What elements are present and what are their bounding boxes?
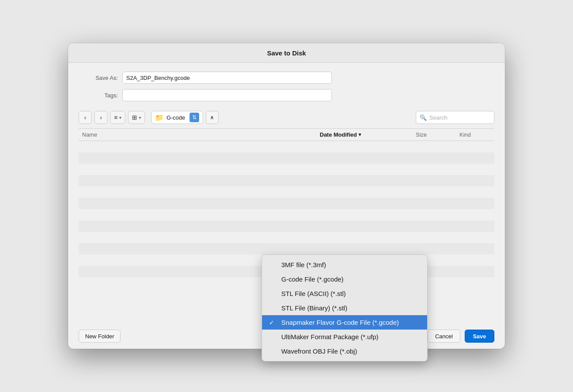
new-folder-button[interactable]: New Folder xyxy=(79,330,121,343)
dropdown-item-stl-binary[interactable]: STL File (Binary) (*.stl) xyxy=(262,301,427,315)
search-icon: 🔍 xyxy=(420,114,427,121)
cancel-button[interactable]: Cancel xyxy=(428,330,460,343)
dropdown-item-gcode[interactable]: G-code File (*.gcode) xyxy=(262,272,427,286)
dropdown-item-label: Snapmaker Flavor G-code File (*.gcode) xyxy=(281,319,399,326)
file-row xyxy=(79,232,494,243)
location-bar: 📁 G-code ⇅ ∧ xyxy=(151,111,410,124)
list-view-chevron: ▾ xyxy=(119,115,121,120)
dialog-body: Save As: Tags: ‹ › ≡ ▾ ⊞ ▾ xyxy=(68,63,505,323)
dropdown-item-obj[interactable]: Wavefront OBJ File (*.obj) xyxy=(262,344,427,349)
check-icon: ✓ xyxy=(269,319,278,326)
dropdown-item-label: 3MF file (*.3mf) xyxy=(281,261,326,268)
expand-button[interactable]: ∧ xyxy=(206,111,219,124)
dropdown-item-label: UltiMaker Format Package (*.ufp) xyxy=(281,333,379,340)
tags-row: Tags: xyxy=(79,89,494,101)
dialog-title: Save to Disk xyxy=(267,49,306,57)
location-selector[interactable]: 📁 G-code ⇅ xyxy=(151,111,203,124)
file-type-dropdown: 3MF file (*.3mf) G-code File (*.gcode) S… xyxy=(262,254,428,349)
col-name-header[interactable]: Name xyxy=(79,131,320,138)
grid-icon: ⊞ xyxy=(132,114,137,121)
file-row xyxy=(79,152,494,164)
dropdown-item-stl-ascii[interactable]: STL File (ASCII) (*.stl) xyxy=(262,286,427,301)
tags-input[interactable] xyxy=(122,89,332,101)
file-list-header: Name Date Modified ▾ Size Kind xyxy=(79,129,494,141)
list-icon: ≡ xyxy=(114,114,117,121)
tags-label: Tags: xyxy=(79,92,118,99)
file-row xyxy=(79,243,494,254)
file-row xyxy=(79,164,494,175)
dropdown-item-label: STL File (ASCII) (*.stl) xyxy=(281,290,346,297)
save-as-row: Save As: xyxy=(79,72,494,84)
col-size-header[interactable]: Size xyxy=(416,131,459,138)
sort-icon: ▾ xyxy=(359,132,361,138)
grid-view-button[interactable]: ⊞ ▾ xyxy=(128,111,145,124)
toolbar: ‹ › ≡ ▾ ⊞ ▾ 📁 G-code ⇅ ∧ xyxy=(79,107,494,129)
file-row xyxy=(79,220,494,232)
col-date-header[interactable]: Date Modified ▾ xyxy=(320,131,416,138)
col-kind-header[interactable]: Kind xyxy=(459,131,494,138)
dropdown-item-3mf[interactable]: 3MF file (*.3mf) xyxy=(262,258,427,272)
save-dialog: Save to Disk Save As: Tags: ‹ › ≡ ▾ xyxy=(68,43,505,349)
forward-icon: › xyxy=(100,114,102,121)
forward-button[interactable]: › xyxy=(94,111,107,124)
file-row xyxy=(79,175,494,186)
back-icon: ‹ xyxy=(84,114,86,121)
save-as-input[interactable] xyxy=(122,72,332,84)
save-as-label: Save As: xyxy=(79,75,118,81)
list-view-button[interactable]: ≡ ▾ xyxy=(110,111,125,124)
file-row xyxy=(79,186,494,198)
dropdown-item-label: Wavefront OBJ File (*.obj) xyxy=(281,347,357,349)
file-row xyxy=(79,209,494,220)
search-input[interactable] xyxy=(429,114,490,121)
file-row xyxy=(79,198,494,209)
file-row xyxy=(79,141,494,152)
dropdown-item-ufp[interactable]: UltiMaker Format Package (*.ufp) xyxy=(262,330,427,344)
location-name: G-code xyxy=(166,114,185,121)
dropdown-item-label: G-code File (*.gcode) xyxy=(281,275,344,283)
grid-view-chevron: ▾ xyxy=(139,115,141,120)
back-button[interactable]: ‹ xyxy=(79,111,92,124)
location-stepper[interactable]: ⇅ xyxy=(190,113,199,122)
dropdown-item-snapmaker[interactable]: ✓ Snapmaker Flavor G-code File (*.gcode) xyxy=(262,315,427,330)
dialog-titlebar: Save to Disk xyxy=(68,43,505,63)
search-box: 🔍 xyxy=(416,111,494,124)
save-button[interactable]: Save xyxy=(465,330,494,343)
dropdown-item-label: STL File (Binary) (*.stl) xyxy=(281,304,347,312)
folder-icon: 📁 xyxy=(155,113,164,122)
expand-icon: ∧ xyxy=(210,114,214,120)
